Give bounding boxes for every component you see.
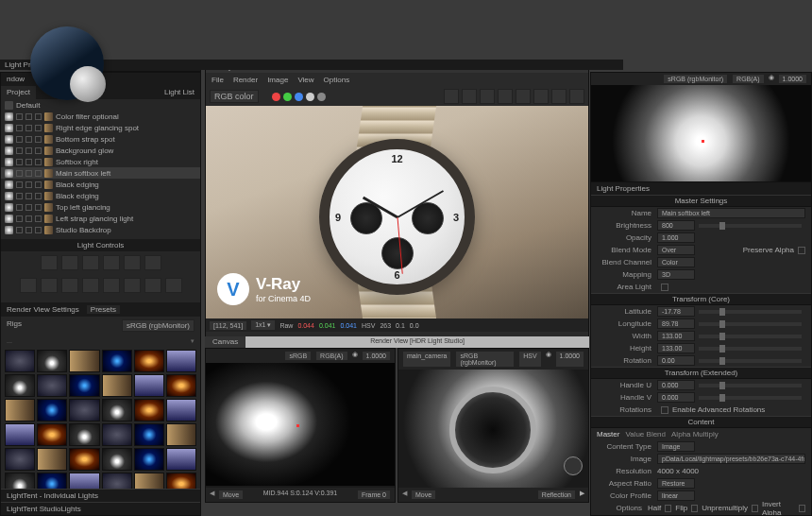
restore-button[interactable]: Restore (657, 478, 695, 489)
preset-thumb[interactable] (134, 423, 164, 446)
flip-checkbox[interactable] (691, 505, 698, 512)
preset-thumb[interactable] (5, 374, 35, 397)
light-row[interactable]: Color filter optional (1, 111, 200, 122)
alpha-dot-icon[interactable] (306, 93, 314, 101)
height-input[interactable]: 133.00 (657, 343, 695, 353)
handlev-slider[interactable] (699, 396, 802, 400)
light-row[interactable]: Studio Backdrop (1, 224, 200, 235)
light-row[interactable]: Softbox right (1, 156, 200, 167)
latitude-input[interactable]: -17.78 (657, 306, 695, 317)
lc-btn[interactable] (82, 278, 99, 293)
lc-btn[interactable] (144, 278, 161, 293)
tab-value-blend[interactable]: Value Blend (625, 430, 666, 439)
render-canvas[interactable]: 12369 V V-Rayfor Cinema 4D (206, 106, 588, 318)
menu-view[interactable]: View (297, 76, 313, 84)
srgb-dropdown[interactable]: sRGB (284, 351, 312, 361)
preset-thumb[interactable] (37, 448, 67, 471)
width-input[interactable]: 133.00 (657, 331, 695, 341)
image-path-input[interactable]: pData/Local/lightmap/presets/bb26e73a-c7… (657, 454, 805, 464)
menu-image[interactable]: Image (267, 76, 288, 84)
preset-thumb[interactable] (5, 423, 35, 446)
light-row[interactable]: Left strap glancing light (1, 213, 200, 224)
unpremultiply-checkbox[interactable] (752, 505, 758, 512)
tb-btn[interactable] (462, 89, 477, 104)
lc-btn[interactable] (20, 278, 37, 293)
preset-thumb[interactable] (5, 399, 35, 421)
preset-thumb[interactable] (134, 399, 164, 421)
tb-btn[interactable] (533, 89, 549, 104)
preset-thumb[interactable] (5, 350, 35, 372)
height-slider[interactable] (699, 347, 802, 351)
light-row[interactable]: Background glow (1, 145, 200, 156)
lc-btn[interactable] (82, 255, 99, 270)
menu-render[interactable]: Render (233, 76, 258, 84)
hdr-canvas[interactable] (206, 363, 395, 486)
handleu-input[interactable]: 0.000 (657, 380, 695, 390)
longitude-input[interactable]: 89.78 (657, 318, 695, 329)
light-preview-canvas[interactable] (591, 85, 811, 189)
preset-thumb[interactable] (69, 399, 99, 421)
render-preview[interactable] (398, 370, 588, 492)
preset-thumb[interactable] (102, 350, 132, 372)
colorspace-dropdown[interactable]: sRGB (rgbMonitor) (122, 319, 195, 332)
tb-btn[interactable] (569, 89, 584, 104)
light-row[interactable]: Right edge glancing spot (1, 122, 200, 133)
srgb-dropdown[interactable]: sRGB (rgbMonitor) (455, 351, 515, 368)
tb-btn[interactable] (498, 89, 513, 104)
light-row[interactable]: Main softbox left (1, 167, 200, 179)
zoom-dropdown[interactable]: 1x1 ▾ (251, 320, 275, 330)
light-row[interactable]: Top left glancing (1, 201, 200, 213)
preset-thumb[interactable] (102, 423, 132, 446)
rotation-slider[interactable] (699, 359, 802, 363)
lc-btn[interactable] (103, 278, 120, 293)
preset-thumb[interactable] (102, 374, 132, 397)
preset-thumb[interactable] (37, 423, 67, 446)
tab-project[interactable]: Project (1, 86, 36, 99)
tab-alpha-multiply[interactable]: Alpha Multiply (671, 430, 719, 439)
move-dropdown[interactable]: Move (218, 490, 244, 500)
lc-btn[interactable] (41, 278, 58, 293)
light-marker[interactable] (296, 424, 299, 427)
sun-icon[interactable] (564, 456, 583, 475)
lc-btn[interactable] (124, 255, 141, 270)
arealight-checkbox[interactable] (661, 284, 668, 291)
preset-thumb[interactable] (102, 399, 132, 421)
opacity-input[interactable]: 1.000 (657, 232, 695, 243)
tab-render-view[interactable]: Render View [HDR Light Studio] (245, 336, 589, 348)
preset-thumb[interactable] (5, 448, 35, 471)
light-row[interactable]: Bottom strap spot (1, 133, 200, 145)
width-slider[interactable] (699, 335, 802, 338)
blendchannel-dropdown[interactable]: Color (657, 257, 695, 267)
lc-btn[interactable] (103, 255, 120, 270)
blue-dot-icon[interactable] (295, 93, 303, 101)
mapping-dropdown[interactable]: 3D (657, 269, 695, 280)
handleu-slider[interactable] (699, 384, 802, 387)
light-row[interactable]: Black edging (1, 190, 200, 201)
preset-thumb[interactable] (166, 399, 196, 421)
name-input[interactable]: Main softbox left (657, 208, 805, 218)
rgba-dropdown[interactable]: RGB(A) (315, 351, 348, 361)
menu-file[interactable]: File (211, 76, 224, 84)
tab-canvas[interactable]: Canvas (205, 336, 245, 348)
preset-thumb[interactable] (102, 448, 132, 471)
camera-dropdown[interactable]: main_camera (402, 351, 451, 368)
preset-thumb[interactable] (69, 423, 99, 446)
preset-thumb[interactable] (166, 423, 196, 446)
half-checkbox[interactable] (665, 505, 671, 512)
rotation-input[interactable]: 0.00 (657, 355, 695, 366)
menu-options[interactable]: Options (324, 76, 350, 84)
lc-btn[interactable] (144, 255, 161, 270)
tab-master[interactable]: Master (597, 430, 619, 439)
brightness-input[interactable]: 800 (657, 220, 695, 231)
tb-btn[interactable] (444, 89, 459, 104)
lc-btn[interactable] (61, 278, 78, 293)
preset-thumb[interactable] (37, 399, 67, 421)
colorprofile-dropdown[interactable]: linear (657, 490, 695, 501)
preset-thumb[interactable] (134, 350, 164, 372)
lc-btn[interactable] (61, 255, 78, 270)
preset-thumb[interactable] (166, 448, 196, 471)
gray-dot-icon[interactable] (317, 93, 326, 101)
lc-btn[interactable] (41, 255, 58, 270)
reflection-dropdown[interactable]: Reflection (537, 490, 576, 500)
brightness-slider[interactable] (699, 224, 802, 228)
